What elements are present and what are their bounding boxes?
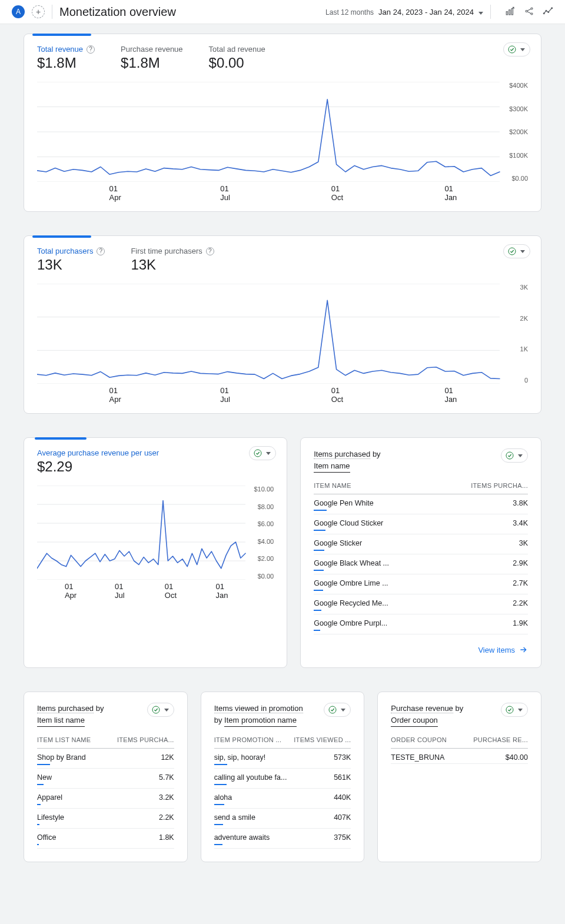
metric-tab[interactable]: Average purchase revenue per user$2.29 <box>37 448 159 475</box>
table-row[interactable]: Google Recycled Me...2.2K <box>314 594 528 614</box>
row-value: 5.7K <box>104 769 174 789</box>
row-name: Shop by Brand <box>37 753 104 762</box>
metric-tab[interactable]: Total revenue?$1.8M <box>37 45 95 71</box>
data-quality-chip[interactable] <box>501 448 528 463</box>
items-by-name-table: ITEM NAME ITEMS PURCHA... Google Pen Whi… <box>314 478 528 634</box>
spark-bar <box>314 630 320 631</box>
help-icon[interactable]: ? <box>97 247 105 255</box>
data-quality-chip[interactable] <box>501 703 528 717</box>
data-quality-chip[interactable] <box>249 446 276 460</box>
col-header[interactable]: ITEM NAME <box>314 478 436 494</box>
col-header[interactable]: ORDER COUPON <box>391 733 460 749</box>
header-bar: A + Monetization overview Last 12 months… <box>0 0 565 24</box>
data-quality-chip[interactable] <box>324 703 351 717</box>
row-name: send a smile <box>214 813 291 822</box>
table-row[interactable]: Google Ombre Lime ...2.7K <box>314 574 528 594</box>
table-row[interactable]: Google Sticker3K <box>314 534 528 554</box>
spark-bar <box>214 764 227 765</box>
x-axis-label: 01Oct <box>331 386 343 404</box>
table-row[interactable]: send a smile407K <box>214 809 351 829</box>
metric-tab[interactable]: Total ad revenue$0.00 <box>209 45 265 71</box>
data-quality-chip[interactable] <box>503 244 530 258</box>
spark-bar <box>37 784 44 785</box>
chart-arpu: $10.00$8.00$6.00$4.00$2.00$0.0001Apr01Ju… <box>37 486 274 596</box>
table-row[interactable]: Lifestyle2.2K <box>37 809 174 829</box>
table-row[interactable]: calling all youtube fa...561K <box>214 769 351 789</box>
row-name: aloha <box>214 793 291 802</box>
items-by-list-table: ITEM LIST NAME ITEMS PURCHA... Shop by B… <box>37 733 174 849</box>
table-row[interactable]: Google Cloud Sticker3.4K <box>314 514 528 534</box>
row-value: 561K <box>291 769 351 789</box>
spark-bar <box>37 824 39 825</box>
view-items-link[interactable]: View items <box>314 645 528 654</box>
table-row[interactable]: TESTE_BRUNA$40.00 <box>391 749 528 764</box>
help-icon[interactable]: ? <box>206 247 214 255</box>
card-total-purchasers: Total purchasers?13KFirst time purchaser… <box>24 235 541 414</box>
share-icon[interactable] <box>524 6 534 18</box>
metric-tab[interactable]: First time purchasers?13K <box>131 247 214 273</box>
chevron-down-icon <box>341 709 345 712</box>
metric-label: First time purchasers? <box>131 247 214 255</box>
card-items-by-list: Items purchased by Item list name ITEM L… <box>24 692 188 862</box>
table-row[interactable]: Google Pen White3.8K <box>314 494 528 514</box>
help-icon[interactable]: ? <box>87 45 95 54</box>
date-range-text: Jan 24, 2023 - Jan 24, 2024 <box>378 8 474 16</box>
spark-bar <box>214 824 224 825</box>
metric-value: $2.29 <box>37 458 159 475</box>
edit-chart-icon[interactable] <box>505 6 516 18</box>
metric-tab[interactable]: Total purchasers?13K <box>37 247 105 273</box>
spark-bar <box>314 510 327 511</box>
table-row[interactable]: sip, sip, hooray!573K <box>214 749 351 769</box>
svg-point-30 <box>329 706 336 713</box>
col-header[interactable]: ITEMS PURCHA... <box>436 478 528 494</box>
data-quality-chip[interactable] <box>147 703 174 717</box>
table-row[interactable]: Google Ombre Purpl...1.9K <box>314 614 528 634</box>
x-axis-label: 01Jul <box>115 582 125 600</box>
table-row[interactable]: Office1.8K <box>37 829 174 849</box>
chart-total-revenue: $400K$300K$200K$100K$0.0001Apr01Jul01Oct… <box>37 82 528 198</box>
row-name: calling all youtube fa... <box>214 773 291 782</box>
col-header[interactable]: ITEMS VIEWED ... <box>291 733 351 749</box>
active-metric-indicator <box>35 437 87 440</box>
row-value: 3.2K <box>104 789 174 809</box>
row-name: sip, sip, hooray! <box>214 753 291 762</box>
spark-bar <box>214 804 224 805</box>
svg-rect-1 <box>509 9 510 14</box>
account-avatar[interactable]: A <box>12 5 25 18</box>
table-row[interactable]: Shop by Brand12K <box>37 749 174 769</box>
metric-tab[interactable]: Purchase revenue$1.8M <box>121 45 183 71</box>
col-header[interactable]: ITEMS PURCHA... <box>104 733 174 749</box>
row-value: 3.4K <box>436 514 528 534</box>
table-row[interactable]: aloha440K <box>214 789 351 809</box>
chevron-down-icon <box>478 12 483 15</box>
period-label: Last 12 months <box>325 8 374 16</box>
col-header[interactable]: ITEM PROMOTION ... <box>214 733 291 749</box>
card-coupon: Purchase revenue by Order coupon ORDER C… <box>377 692 541 862</box>
add-comparison-button[interactable]: + <box>32 5 45 18</box>
table-row[interactable]: adventure awaits375K <box>214 829 351 849</box>
divider <box>52 5 52 19</box>
row-name: Google Sticker <box>314 539 414 547</box>
spark-bar <box>214 844 222 845</box>
row-name: Google Ombre Purpl... <box>314 619 414 627</box>
table-row[interactable]: Apparel3.2K <box>37 789 174 809</box>
card-items-by-name: Items purchased by Item name ITEM NAME I… <box>300 437 541 668</box>
row-value: 2.9K <box>436 554 528 574</box>
card-title: Purchase revenue by Order coupon <box>391 703 463 727</box>
row-name: adventure awaits <box>214 833 291 842</box>
col-header[interactable]: ITEM LIST NAME <box>37 733 104 749</box>
row-value: 2.2K <box>436 594 528 614</box>
metric-label: Total ad revenue <box>209 45 265 54</box>
spark-bar <box>314 550 324 551</box>
date-range-picker[interactable]: Last 12 months Jan 24, 2023 - Jan 24, 20… <box>325 8 483 16</box>
data-quality-chip[interactable] <box>503 42 530 56</box>
row-value: 407K <box>291 809 351 829</box>
card-promo-views: Items viewed in promotion by Item promot… <box>201 692 365 862</box>
insights-icon[interactable] <box>543 6 553 18</box>
metric-value: 13K <box>131 257 214 273</box>
row-name: Apparel <box>37 793 104 802</box>
col-header[interactable]: PURCHASE RE... <box>460 733 528 749</box>
table-row[interactable]: New5.7K <box>37 769 174 789</box>
table-row[interactable]: Google Black Wheat ...2.9K <box>314 554 528 574</box>
svg-rect-0 <box>506 11 507 14</box>
